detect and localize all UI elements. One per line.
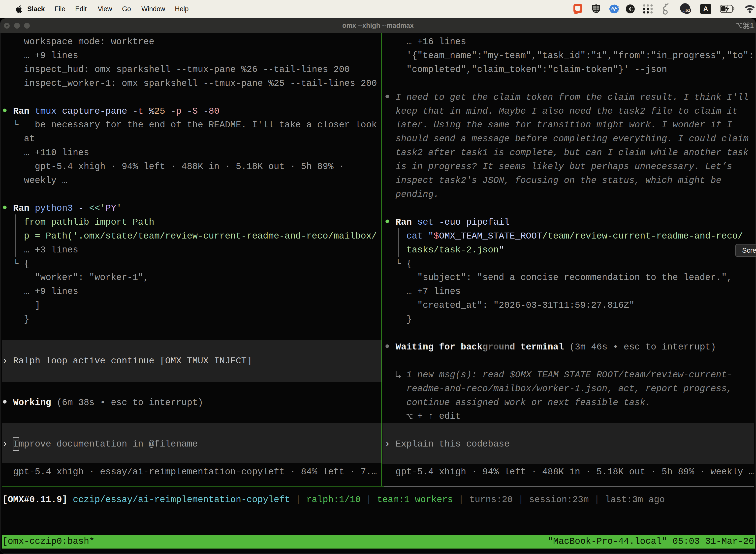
svg-text:1: 1 [750,22,754,29]
